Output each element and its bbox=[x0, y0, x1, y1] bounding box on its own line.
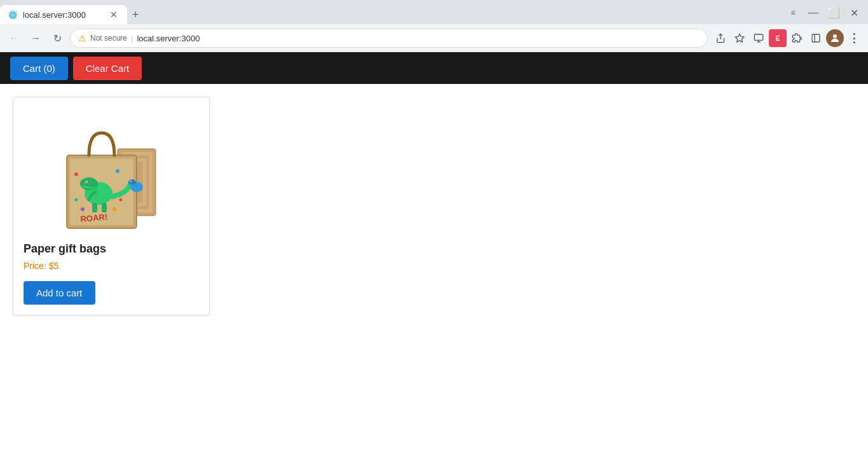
app-content: ROAR! Paper gift bags Price: $5 Add to c… bbox=[0, 84, 868, 328]
svg-point-17 bbox=[86, 181, 87, 183]
share-button[interactable] bbox=[712, 29, 729, 47]
profile-button[interactable] bbox=[826, 29, 844, 47]
svg-rect-4 bbox=[812, 34, 820, 42]
svg-point-25 bbox=[119, 198, 123, 202]
browser-toolbar: ← → ↻ ⚠ Not secure | local.server:3000 bbox=[0, 24, 868, 52]
product-image: ROAR! bbox=[24, 107, 199, 235]
svg-point-24 bbox=[75, 198, 78, 202]
tab-menu-button[interactable]: ≡ bbox=[784, 4, 802, 22]
reload-button[interactable]: ↻ bbox=[48, 29, 66, 47]
chromemedia-button[interactable] bbox=[750, 29, 768, 47]
svg-point-6 bbox=[833, 34, 837, 38]
address-bar[interactable]: ⚠ Not secure | local.server:3000 bbox=[70, 29, 708, 48]
puzzle-button[interactable] bbox=[788, 29, 806, 47]
clear-cart-button[interactable]: Clear Cart bbox=[73, 57, 142, 80]
svg-rect-1 bbox=[754, 34, 763, 40]
svg-point-30 bbox=[130, 181, 131, 181]
address-separator: | bbox=[131, 34, 133, 43]
svg-point-21 bbox=[116, 169, 119, 173]
svg-point-23 bbox=[112, 207, 116, 211]
extensions-manager-button[interactable]: E bbox=[769, 29, 787, 47]
bookmark-button[interactable] bbox=[731, 29, 749, 47]
tab-title: local.server:3000 bbox=[23, 10, 86, 20]
warning-icon: ⚠ bbox=[78, 33, 86, 43]
svg-point-20 bbox=[74, 172, 78, 176]
app-navbar: Cart (0) Clear Cart bbox=[0, 52, 868, 84]
browser-chrome: 🌐 local.server:3000 ✕ + ≡ — ⬜ ✕ ← → ↻ ⚠ … bbox=[0, 0, 868, 52]
cart-button[interactable]: Cart (0) bbox=[10, 57, 68, 80]
product-name: Paper gift bags bbox=[24, 242, 199, 256]
tab-favicon: 🌐 bbox=[8, 10, 18, 20]
svg-marker-0 bbox=[735, 34, 743, 42]
tab-close-button[interactable]: ✕ bbox=[108, 9, 119, 20]
add-to-cart-button[interactable]: Add to cart bbox=[24, 281, 95, 305]
chrome-menu-button[interactable]: ⋮ bbox=[845, 29, 863, 47]
svg-point-22 bbox=[81, 207, 85, 211]
minimize-button[interactable]: — bbox=[804, 4, 822, 22]
sidebar-button[interactable] bbox=[807, 29, 825, 47]
back-button[interactable]: ← bbox=[5, 29, 23, 47]
close-window-button[interactable]: ✕ bbox=[845, 4, 863, 22]
not-secure-label: Not secure bbox=[90, 34, 127, 43]
product-card: ROAR! Paper gift bags Price: $5 Add to c… bbox=[13, 97, 210, 315]
forward-button[interactable]: → bbox=[27, 29, 44, 47]
svg-rect-18 bbox=[92, 203, 97, 212]
new-tab-button[interactable]: + bbox=[127, 5, 144, 24]
svg-rect-19 bbox=[102, 203, 107, 212]
product-price: Price: $5 bbox=[24, 261, 199, 271]
toolbar-actions: E ⋮ bbox=[712, 29, 863, 47]
browser-tabs: 🌐 local.server:3000 ✕ + ≡ — ⬜ ✕ bbox=[0, 0, 868, 24]
active-tab[interactable]: 🌐 local.server:3000 ✕ bbox=[0, 5, 127, 24]
maximize-button[interactable]: ⬜ bbox=[825, 4, 843, 22]
url-display: local.server:3000 bbox=[137, 34, 200, 43]
